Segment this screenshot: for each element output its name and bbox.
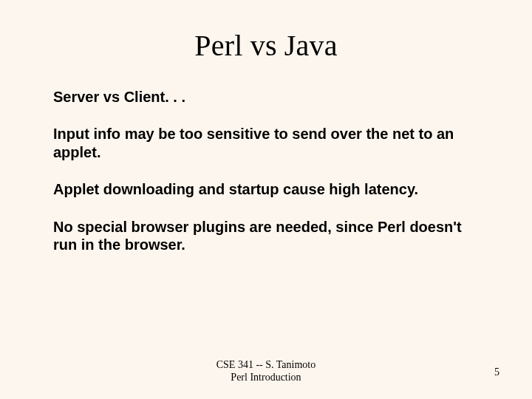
- slide: Perl vs Java Server vs Client. . . Input…: [0, 0, 532, 399]
- paragraph: Server vs Client. . .: [53, 88, 479, 106]
- page-number: 5: [494, 366, 499, 378]
- footer-line-2: Perl Introduction: [0, 372, 532, 384]
- footer: CSE 341 -- S. Tanimoto Perl Introduction: [0, 359, 532, 384]
- slide-title: Perl vs Java: [53, 28, 479, 63]
- paragraph: No special browser plugins are needed, s…: [53, 218, 479, 254]
- paragraph: Input info may be too sensitive to send …: [53, 125, 479, 161]
- paragraph: Applet downloading and startup cause hig…: [53, 180, 479, 198]
- slide-body: Server vs Client. . . Input info may be …: [53, 88, 479, 253]
- footer-line-1: CSE 341 -- S. Tanimoto: [0, 359, 532, 372]
